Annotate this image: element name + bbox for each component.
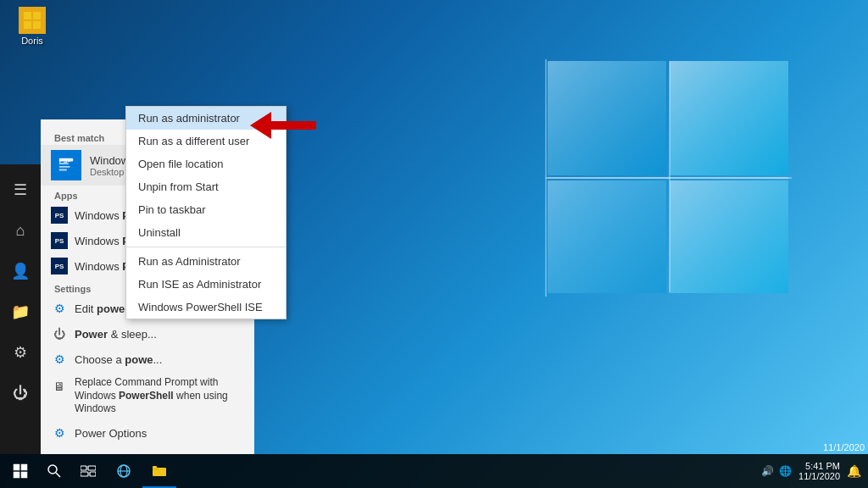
ps-icon-1: PS [51, 207, 68, 224]
svg-marker-18 [250, 112, 316, 139]
taskbar-task-view[interactable] [71, 454, 105, 488]
svg-rect-27 [81, 472, 88, 476]
power-options-label: Power Options [75, 427, 147, 440]
svg-line-24 [56, 473, 60, 477]
svg-rect-19 [14, 464, 20, 471]
desktop-icon-image [19, 7, 46, 34]
file-explorer-icon [152, 463, 167, 477]
desktop-icon-label: Doris [21, 36, 43, 46]
settings-icon-3: ⚙ [51, 351, 68, 368]
replace-item[interactable]: 🖥 Replace Command Prompt withWindows Pow… [41, 372, 254, 420]
sidebar-settings[interactable]: ⚙ [2, 334, 39, 371]
context-run-ise-admin[interactable]: Run ISE as Administrator [126, 273, 286, 296]
red-arrow [250, 108, 318, 142]
power-options-icon: ⚙ [51, 424, 68, 441]
settings-name-3: Choose a powe... [75, 353, 162, 366]
date-overlay-text: 11/1/2020 [823, 442, 865, 452]
date-watermark-overlay: 11/1/2020 [823, 442, 865, 452]
taskbar-right-area: 🔊 🌐 5:41 PM 11/1/2020 🔔 [761, 461, 868, 481]
svg-rect-9 [33, 12, 41, 19]
svg-rect-2 [548, 61, 666, 175]
notifications-icon[interactable]: 🔔 [847, 464, 861, 478]
settings-item-2[interactable]: ⏻ Power & sleep... [41, 321, 254, 347]
context-run-administrator[interactable]: Run as Administrator [126, 250, 286, 273]
search-button[interactable] [41, 454, 68, 488]
taskbar: 🔊 🌐 5:41 PM 11/1/2020 🔔 [0, 454, 868, 488]
ps-icon-3: PS [51, 258, 68, 274]
powershell-best-match-icon: PS> [51, 150, 81, 180]
context-divider [126, 247, 286, 247]
start-sidebar: ☰ ⌂ 👤 📁 ⚙ ⏻ [0, 164, 41, 454]
network-icon: 🔊 [761, 465, 774, 477]
replace-icon: 🖥 [51, 378, 68, 395]
settings-icon-2: ⏻ [51, 325, 68, 342]
date-display: 11/1/2020 [798, 471, 840, 481]
svg-rect-4 [548, 180, 666, 293]
volume-icon: 🌐 [779, 465, 792, 477]
svg-rect-14 [59, 166, 70, 168]
context-ps-ise[interactable]: Windows PowerShell ISE [126, 296, 286, 319]
search-icon [47, 464, 61, 478]
replace-text: Replace Command Prompt withWindows Power… [75, 376, 244, 416]
svg-rect-21 [14, 472, 20, 479]
taskbar-pinned-apps [71, 454, 176, 488]
context-pin-taskbar[interactable]: Pin to taskbar [126, 198, 286, 221]
windows-logo [478, 42, 800, 313]
sidebar-user[interactable]: 👤 [2, 252, 39, 290]
context-uninstall[interactable]: Uninstall [126, 221, 286, 244]
svg-rect-22 [21, 472, 28, 479]
svg-rect-26 [88, 466, 96, 470]
power-options-item[interactable]: ⚙ Power Options [41, 420, 254, 446]
sidebar-power[interactable]: ⏻ [2, 374, 39, 412]
svg-rect-5 [670, 180, 788, 293]
svg-rect-10 [24, 21, 31, 29]
settings-icon-1: ⚙ [51, 300, 68, 317]
svg-rect-34 [153, 466, 157, 469]
taskbar-ie-button[interactable] [107, 454, 141, 488]
svg-rect-20 [21, 464, 28, 471]
svg-point-23 [48, 465, 57, 474]
desktop-icon-doris[interactable]: Doris [7, 7, 58, 46]
svg-rect-25 [81, 466, 86, 470]
windows-start-icon [13, 463, 28, 479]
clock-display[interactable]: 5:41 PM 11/1/2020 [798, 461, 840, 481]
sidebar-hamburger[interactable]: ☰ [2, 171, 39, 208]
ps-icon-2: PS [51, 232, 68, 249]
start-button[interactable] [0, 454, 41, 488]
task-view-icon [81, 464, 96, 478]
sidebar-home[interactable]: ⌂ [2, 212, 39, 249]
svg-rect-3 [670, 61, 788, 175]
svg-rect-8 [24, 12, 31, 19]
internet-explorer-icon [116, 463, 131, 479]
time-display: 5:41 PM [805, 461, 840, 471]
taskbar-file-explorer-button[interactable] [142, 454, 176, 488]
settings-item-3[interactable]: ⚙ Choose a powe... [41, 347, 254, 372]
settings-name-2: Power & sleep... [75, 328, 157, 341]
svg-rect-15 [59, 169, 67, 171]
svg-rect-11 [33, 21, 41, 29]
context-unpin-start[interactable]: Unpin from Start [126, 175, 286, 198]
sidebar-documents[interactable]: 📁 [2, 293, 39, 330]
svg-rect-28 [90, 472, 96, 476]
system-tray-icons: 🔊 🌐 [761, 465, 792, 477]
context-open-file-location[interactable]: Open file location [126, 152, 286, 175]
svg-text:PS>: PS> [59, 157, 71, 164]
